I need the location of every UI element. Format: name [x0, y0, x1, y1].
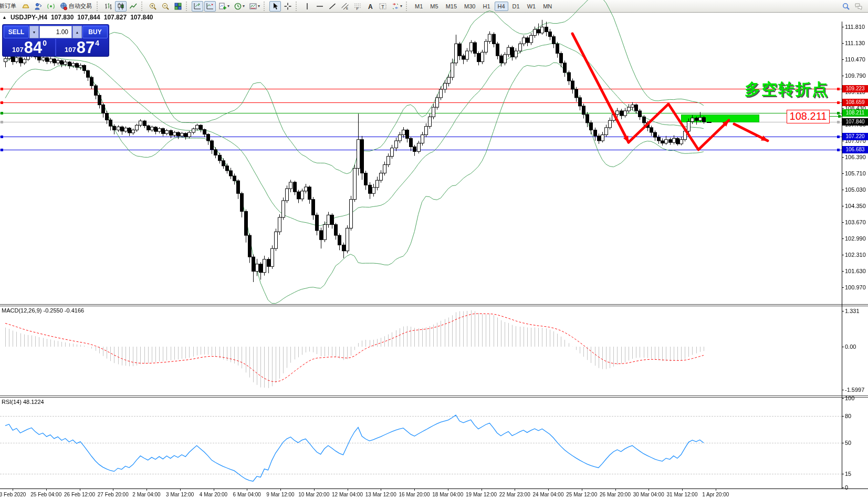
- equidistant-channel-button[interactable]: E: [339, 1, 351, 12]
- candlestick-icon: [117, 2, 125, 11]
- horizontal-level-line[interactable]: [0, 137, 842, 137]
- new-chart-button[interactable]: ▾: [217, 1, 231, 12]
- timeframe-w1[interactable]: W1: [524, 2, 539, 11]
- highlight-rectangle[interactable]: [681, 115, 759, 122]
- timeframe-d1[interactable]: D1: [509, 2, 523, 11]
- trendline-icon: [328, 2, 337, 11]
- timeframe-m15[interactable]: M15: [443, 2, 460, 11]
- horizontal-level-line[interactable]: [0, 113, 842, 113]
- text-button[interactable]: A: [364, 1, 376, 12]
- level-handle[interactable]: [1, 101, 3, 104]
- date-tick-mark: [348, 488, 348, 491]
- autotrade-button[interactable]: 自动交易: [58, 1, 95, 12]
- level-handle[interactable]: [837, 136, 840, 138]
- pane-separator[interactable]: [0, 397, 868, 398]
- price-tick-label: 104.350: [845, 203, 866, 209]
- auto-scroll-button[interactable]: [192, 1, 203, 12]
- sell-price[interactable]: 107 84 0: [4, 39, 55, 56]
- profile-button[interactable]: [33, 1, 44, 12]
- buy-price[interactable]: 107 87 4: [56, 39, 108, 56]
- level-handle[interactable]: [1, 121, 3, 123]
- horizontal-line-button[interactable]: [314, 1, 326, 12]
- date-label: 3 Feb 2020: [0, 492, 26, 497]
- sell-price-main: 84: [24, 40, 42, 55]
- date-tick-mark: [214, 488, 214, 491]
- level-handle[interactable]: [837, 88, 840, 90]
- price-tick-mark: [842, 271, 844, 272]
- horizontal-level-line[interactable]: [0, 89, 842, 89]
- price-badge: 109.223: [842, 85, 868, 92]
- arrows-button[interactable]: ▾: [390, 1, 404, 12]
- toolbar-separator: [186, 2, 190, 11]
- zoom-in-button[interactable]: [147, 1, 159, 12]
- line-chart-button[interactable]: [128, 1, 139, 12]
- search-button[interactable]: [840, 1, 852, 12]
- sell-button[interactable]: SELL: [4, 26, 29, 38]
- cursor-button[interactable]: [269, 1, 281, 12]
- signal-button[interactable]: [45, 1, 57, 12]
- date-tick-mark: [113, 488, 113, 491]
- chart-area[interactable]: [0, 22, 842, 488]
- tile-windows-button[interactable]: [172, 1, 184, 12]
- label-connector-handle[interactable]: [838, 115, 841, 118]
- date-label: 31 Mar 12:00: [667, 492, 698, 497]
- timeframe-h1[interactable]: H1: [479, 2, 493, 11]
- period-clock-button[interactable]: ▾: [232, 1, 246, 12]
- level-handle[interactable]: [837, 101, 840, 104]
- new-order-button[interactable]: 新订单: [0, 1, 19, 12]
- horizontal-level-line[interactable]: [0, 102, 842, 103]
- fibonacci-button[interactable]: F: [352, 1, 363, 12]
- pane-separator[interactable]: [0, 488, 868, 489]
- price-tick-label: 110.470: [845, 56, 865, 63]
- bar-chart-button[interactable]: [102, 1, 114, 12]
- quote-close: 107.840: [130, 14, 153, 21]
- chart-shift-button[interactable]: [204, 1, 216, 12]
- level-handle[interactable]: [837, 121, 840, 123]
- price-tick-label: 102.990: [845, 235, 866, 242]
- level-handle[interactable]: [1, 88, 3, 90]
- turning-point-annotation[interactable]: 多空转折点: [745, 79, 829, 100]
- price-badge: 106.683: [842, 146, 868, 153]
- candlestick-button[interactable]: [115, 1, 127, 12]
- volume-increase-button[interactable]: ▲: [72, 26, 82, 38]
- timeframe-h4[interactable]: H4: [495, 2, 508, 11]
- chat-button[interactable]: [853, 1, 864, 12]
- price-tick-label: 105.710: [845, 170, 866, 176]
- price-tick-label: 100.970: [845, 284, 866, 290]
- buy-button[interactable]: BUY: [82, 26, 108, 38]
- level-handle[interactable]: [837, 112, 840, 115]
- date-tick-mark: [682, 488, 683, 491]
- price-tick-mark: [842, 190, 844, 190]
- level-handle[interactable]: [1, 136, 3, 138]
- deposit-gold-button[interactable]: [20, 1, 32, 12]
- timeframe-m30[interactable]: M30: [461, 2, 478, 11]
- price-tick-label: 105.030: [845, 186, 866, 193]
- date-label: 9 Mar 12:00: [266, 492, 294, 497]
- level-handle[interactable]: [1, 112, 3, 115]
- price-label-annotation[interactable]: 108.211: [787, 110, 830, 123]
- timeframe-m1[interactable]: M1: [412, 2, 426, 11]
- date-label: 26 Mar 20:00: [600, 492, 631, 497]
- timeframe-mn[interactable]: MN: [540, 2, 555, 11]
- template-button[interactable]: ▾: [247, 1, 262, 12]
- trendline-button[interactable]: [327, 1, 338, 12]
- volume-input[interactable]: [39, 26, 72, 38]
- date-label: 13 Mar 12:00: [365, 492, 396, 497]
- quote-open: 107.830: [51, 14, 74, 21]
- zoom-out-button[interactable]: [160, 1, 171, 12]
- price-badge: 107.840: [842, 118, 868, 126]
- horizontal-level-line[interactable]: [0, 150, 842, 150]
- vertical-line-button[interactable]: [301, 1, 313, 12]
- text-label-button[interactable]: T: [377, 1, 389, 12]
- level-handle[interactable]: [1, 149, 3, 151]
- price-tick-label: 102.310: [845, 252, 866, 258]
- svg-text:T: T: [381, 4, 384, 9]
- crosshair-button[interactable]: [282, 1, 294, 12]
- pane-separator[interactable]: [0, 306, 868, 306]
- volume-decrease-button[interactable]: ▼: [29, 26, 39, 38]
- timeframe-m5[interactable]: M5: [427, 2, 441, 11]
- level-handle[interactable]: [837, 149, 840, 151]
- indicator-tick-label: 0.00: [845, 344, 856, 350]
- pane-separator[interactable]: [0, 304, 868, 305]
- pane-separator[interactable]: [0, 396, 868, 396]
